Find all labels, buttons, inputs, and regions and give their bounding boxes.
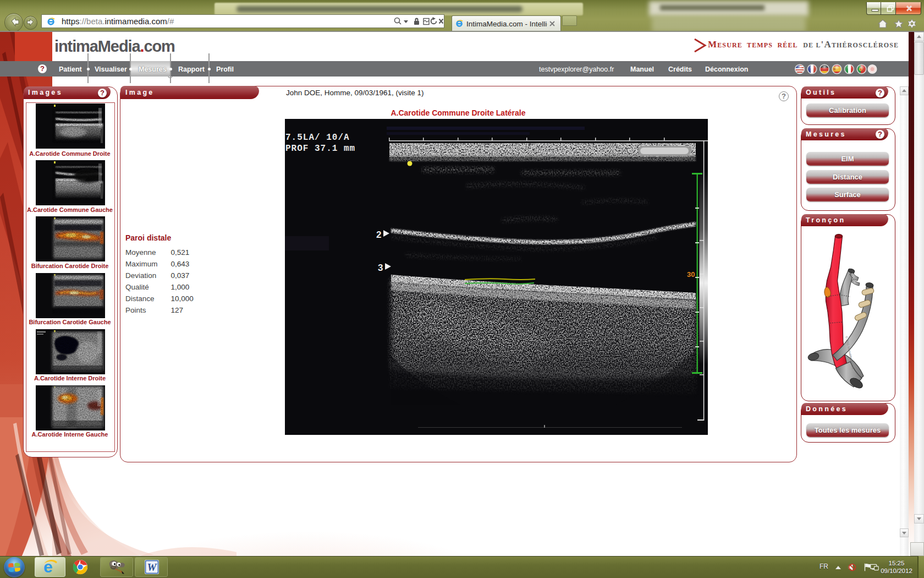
svg-text:PROF 37.1 mm: PROF 37.1 mm — [285, 144, 355, 154]
svg-text:30: 30 — [687, 270, 695, 279]
svg-text:7.5LA/ 10/A: 7.5LA/ 10/A — [285, 133, 350, 143]
svg-text:2: 2 — [376, 230, 381, 240]
svg-text:3: 3 — [378, 263, 383, 273]
svg-text:W: W — [147, 561, 157, 573]
